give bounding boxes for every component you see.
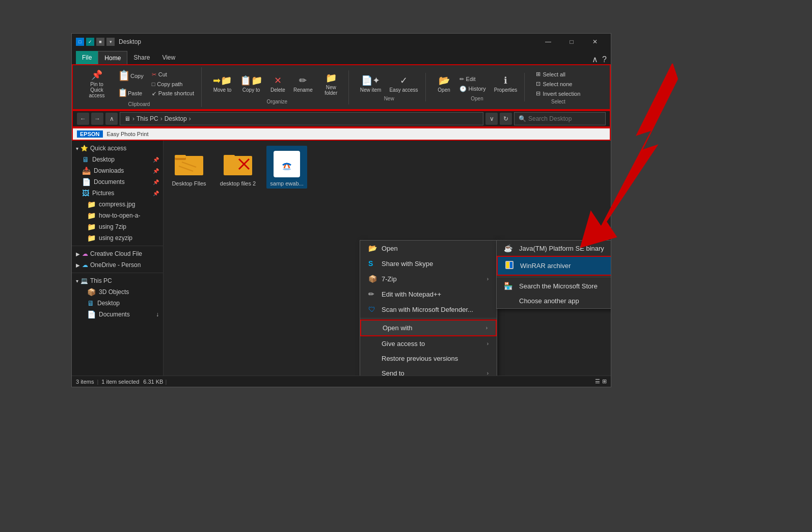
properties-button[interactable]: ℹ Properties bbox=[491, 73, 521, 95]
context-menu: 📂 Open S Share with Skype 📦 7-Zip › ✏ Ed… bbox=[360, 240, 497, 376]
sidebar-item-3d-objects[interactable]: 📦 3D Objects bbox=[72, 286, 163, 298]
submenu-store[interactable]: 🏪 Search the Microsoft Store bbox=[497, 278, 611, 294]
up-button[interactable]: ∧ bbox=[105, 113, 118, 125]
file-explorer-window: □ ✓ ■ ▾ Desktop — □ ✕ File Home Share Vi… bbox=[71, 33, 611, 387]
3d-objects-icon: 📦 bbox=[87, 288, 96, 296]
sidebar-section-quick-access[interactable]: ▾ ⭐ Quick access bbox=[72, 143, 163, 154]
search-input[interactable] bbox=[528, 115, 601, 122]
close-button[interactable]: ✕ bbox=[583, 34, 607, 50]
context-menu-restore[interactable]: Restore previous versions bbox=[360, 351, 497, 366]
file-item-java[interactable]: samp ewab... bbox=[266, 146, 307, 189]
forward-button[interactable]: → bbox=[91, 113, 103, 125]
select-all-button[interactable]: ⊞ Select all bbox=[533, 70, 583, 78]
open-with-arrow: › bbox=[486, 325, 488, 331]
file-grid: Desktop FIles desktop files 2 bbox=[169, 146, 606, 189]
sidebar-item-desktop[interactable]: 🖥 Desktop 📌 bbox=[72, 154, 163, 165]
copy-button[interactable]: 📋 Copy bbox=[115, 67, 147, 85]
refresh-button[interactable]: ↻ bbox=[500, 113, 512, 125]
invert-selection-button[interactable]: ⊟ Invert selection bbox=[533, 89, 583, 98]
open-label: Open bbox=[471, 96, 483, 101]
sidebar-item-documents[interactable]: 📄 Documents 📌 bbox=[72, 176, 163, 188]
epson-text: Easy Photo Print bbox=[107, 131, 149, 137]
sidebar-item-pictures[interactable]: 🖼 Pictures 📌 bbox=[72, 188, 163, 199]
submenu-winrar[interactable]: WinRAR archiver bbox=[497, 256, 611, 276]
svg-rect-2 bbox=[175, 155, 186, 158]
svg-rect-12 bbox=[506, 262, 509, 268]
tab-home[interactable]: Home bbox=[98, 51, 127, 64]
context-menu-open-with[interactable]: Open with › bbox=[360, 320, 497, 336]
breadcrumb-desktop: Desktop bbox=[165, 115, 187, 122]
file-item-desktop-files[interactable]: Desktop FIles bbox=[169, 146, 209, 189]
easy-access-button[interactable]: ✓ Easy access bbox=[386, 73, 421, 95]
view-details-icon[interactable]: ☰ bbox=[595, 378, 600, 385]
copy-to-button[interactable]: 📋📁 Copy to bbox=[237, 73, 265, 95]
new-item-button[interactable]: 📄✦ New item bbox=[357, 73, 385, 95]
desktop-files-2-icon bbox=[222, 148, 254, 180]
context-menu-7zip[interactable]: 📦 7-Zip › bbox=[360, 271, 497, 286]
address-bar-row: ← → ∧ 🖥 › This PC › Desktop › ∨ ↻ 🔍 bbox=[72, 110, 611, 127]
title-icon-dropdown[interactable]: ▾ bbox=[106, 38, 115, 46]
sidebar-creative-cloud[interactable]: ▶ ☁ Creative Cloud File bbox=[72, 248, 163, 259]
submenu-choose-app[interactable]: Choose another app bbox=[497, 294, 611, 308]
sidebar-item-ezyzip[interactable]: 📁 using ezyzip bbox=[72, 232, 163, 244]
select-group-items: ⊞ Select all ⊡ Select none ⊟ Invert sele… bbox=[533, 70, 583, 98]
copy-path-button[interactable]: □ Copy path bbox=[149, 80, 197, 88]
file-area: Desktop FIles desktop files 2 bbox=[164, 141, 611, 376]
paste-button[interactable]: 📋 Paste bbox=[115, 86, 147, 100]
paste-shortcut-button[interactable]: ↙ Paste shortcut bbox=[149, 89, 197, 98]
copy-to-icon: 📋📁 bbox=[240, 75, 262, 86]
address-bar[interactable]: 🖥 › This PC › Desktop › bbox=[120, 112, 483, 125]
delete-button[interactable]: ✕ Delete bbox=[267, 73, 288, 95]
winrar-icon bbox=[505, 260, 515, 271]
delete-icon: ✕ bbox=[274, 75, 282, 86]
file-item-desktop-files-2[interactable]: desktop files 2 bbox=[218, 146, 258, 189]
context-menu-give-access[interactable]: Give access to › bbox=[360, 336, 497, 351]
help-icon[interactable]: ? bbox=[602, 55, 607, 64]
view-large-icon[interactable]: ⊞ bbox=[602, 378, 607, 385]
move-to-button[interactable]: ➡📁 Move to bbox=[210, 73, 235, 95]
context-menu-defender[interactable]: 🛡 Scan with Microsoft Defender... bbox=[360, 302, 497, 317]
dropdown-button[interactable]: ∨ bbox=[485, 113, 498, 125]
sidebar-this-pc[interactable]: ▾ 💻 This PC bbox=[72, 275, 163, 286]
sidebar-scroll-indicator: ↓ bbox=[156, 311, 159, 318]
select-label: Select bbox=[551, 99, 565, 104]
new-folder-icon: 📁 bbox=[326, 72, 337, 84]
rename-button[interactable]: ✏ Rename bbox=[290, 73, 316, 95]
pin-to-quick-access-button[interactable]: 📌 Pin to Quick access bbox=[81, 67, 113, 100]
main-content: ▾ ⭐ Quick access 🖥 Desktop 📌 📥 Downloads… bbox=[72, 141, 611, 376]
edit-button[interactable]: ✏ Edit bbox=[456, 75, 489, 84]
sidebar-item-how-to[interactable]: 📁 how-to-open-a- bbox=[72, 210, 163, 221]
status-bar: 3 items | 1 item selected 6.31 KB | ☰ ⊞ bbox=[72, 376, 611, 387]
open-button[interactable]: 📂 Open bbox=[434, 73, 454, 95]
context-menu-notepadpp[interactable]: ✏ Edit with Notepad++ bbox=[360, 286, 497, 302]
context-menu-skype[interactable]: S Share with Skype bbox=[360, 256, 497, 271]
select-none-button[interactable]: ⊡ Select none bbox=[533, 79, 583, 88]
sidebar-onedrive[interactable]: ▶ ☁ OneDrive - Person bbox=[72, 259, 163, 271]
sidebar-item-documents-thispc[interactable]: 📄 Documents ↓ bbox=[72, 309, 163, 320]
onedrive-expand-icon: ▶ bbox=[76, 262, 80, 268]
back-button[interactable]: ← bbox=[77, 113, 89, 125]
maximize-button[interactable]: □ bbox=[560, 34, 583, 50]
context-menu-send-to[interactable]: Send to › bbox=[360, 366, 497, 376]
tab-file[interactable]: File bbox=[76, 51, 98, 64]
svg-rect-5 bbox=[224, 156, 252, 175]
history-icon: 🕐 bbox=[459, 86, 467, 92]
minimize-button[interactable]: — bbox=[536, 34, 560, 50]
context-menu-open[interactable]: 📂 Open bbox=[360, 241, 497, 256]
ribbon-tabs: File Home Share View ∧ ? bbox=[72, 50, 611, 64]
cut-button[interactable]: ✂ Cut bbox=[149, 70, 197, 79]
new-folder-button[interactable]: 📁 New folder bbox=[318, 70, 344, 98]
java-submenu-icon: ☕ bbox=[504, 244, 514, 252]
window-controls: — □ ✕ bbox=[536, 34, 607, 50]
search-box[interactable]: 🔍 bbox=[514, 112, 606, 125]
this-pc-icon: 💻 bbox=[80, 277, 88, 284]
sidebar-item-using-7zip[interactable]: 📁 using 7zip bbox=[72, 221, 163, 232]
tab-share[interactable]: Share bbox=[127, 51, 156, 64]
collapse-ribbon-icon[interactable]: ∧ bbox=[592, 55, 598, 64]
history-button[interactable]: 🕐 History bbox=[456, 85, 489, 93]
tab-view[interactable]: View bbox=[156, 51, 181, 64]
submenu-java[interactable]: ☕ Java(TM) Platform SE binary bbox=[497, 241, 611, 256]
sidebar-item-desktop-thispc[interactable]: 🖥 Desktop bbox=[72, 298, 163, 309]
sidebar-item-downloads[interactable]: 📥 Downloads 📌 bbox=[72, 165, 163, 176]
sidebar-item-compress[interactable]: 📁 compress.jpg bbox=[72, 199, 163, 210]
